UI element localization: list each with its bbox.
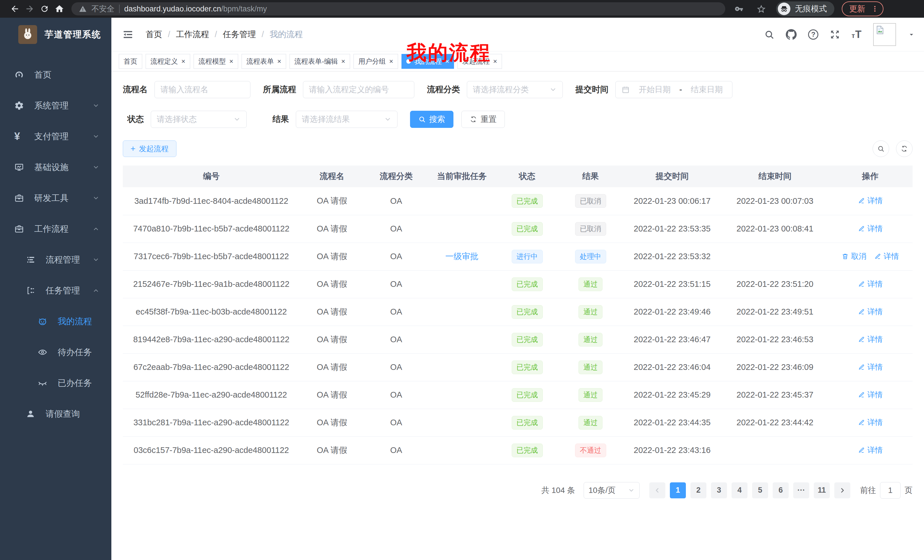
- cell-category: OA: [364, 436, 428, 464]
- plus-icon: +: [130, 144, 136, 153]
- update-button[interactable]: 更新: [842, 1, 884, 16]
- next-page-button[interactable]: [834, 482, 850, 499]
- cell-id: 819442e8-7b9a-11ec-a290-acde48001122: [123, 326, 300, 353]
- date-range-picker[interactable]: 开始日期 - 结束日期: [615, 81, 732, 98]
- sidebar-item-label: 系统管理: [34, 100, 69, 112]
- tab-item[interactable]: 用户分组×: [354, 54, 398, 69]
- close-icon[interactable]: ×: [182, 58, 185, 65]
- page-size-select[interactable]: 10条/页: [584, 482, 640, 499]
- logo[interactable]: 芋道管理系统: [0, 18, 111, 47]
- detail-link[interactable]: 详情: [858, 307, 883, 317]
- reload-icon[interactable]: [37, 1, 52, 16]
- tab-item[interactable]: 首页: [119, 54, 142, 69]
- sidebar-item[interactable]: 请假查询: [0, 398, 111, 429]
- pager-page-button[interactable]: 2: [690, 482, 706, 499]
- breadcrumb-home[interactable]: 首页: [146, 29, 162, 40]
- sidebar-item[interactable]: 待办任务: [0, 337, 111, 368]
- pager-page-button[interactable]: 3: [711, 482, 727, 499]
- sidebar-item[interactable]: 任务管理: [0, 275, 111, 306]
- sidebar-item[interactable]: 我的流程: [0, 306, 111, 337]
- font-size-icon[interactable]: тT: [852, 28, 862, 40]
- cell-id: 3ad174fb-7b9d-11ec-8404-acde48001122: [123, 187, 300, 215]
- sidebar-item[interactable]: 工作流程: [0, 214, 111, 244]
- close-icon[interactable]: ×: [229, 58, 233, 65]
- cell-id: 7317cec6-7b9b-11ec-b5b7-acde48001122: [123, 243, 300, 270]
- detail-link[interactable]: 详情: [858, 279, 883, 289]
- detail-link[interactable]: 详情: [874, 251, 899, 262]
- detail-link[interactable]: 详情: [858, 223, 883, 234]
- detail-link[interactable]: 详情: [858, 417, 883, 428]
- status-badge: 已完成: [512, 388, 543, 402]
- close-icon[interactable]: ×: [341, 58, 345, 65]
- create-process-button[interactable]: + 发起流程: [123, 141, 177, 157]
- process-input[interactable]: 请输入流程定义的编号: [303, 81, 414, 98]
- forward-icon[interactable]: [22, 1, 37, 16]
- help-icon[interactable]: ?: [808, 29, 818, 40]
- category-select[interactable]: 请选择流程分类: [467, 81, 563, 98]
- pager-page-button[interactable]: 4: [732, 482, 747, 499]
- cell-id: 2152467e-7b9b-11ec-9a1b-acde48001122: [123, 270, 300, 298]
- cell-actions: 详情: [828, 353, 913, 381]
- detail-link[interactable]: 详情: [858, 389, 883, 400]
- show-search-button[interactable]: [873, 141, 889, 157]
- breadcrumb-workflow[interactable]: 工作流程: [176, 29, 209, 40]
- table-row: 52ffd28e-7b9a-11ec-a290-acde48001122OA 请…: [123, 381, 913, 409]
- create-process-label: 发起流程: [139, 144, 169, 154]
- edit-pen-icon: [858, 446, 865, 454]
- tab-item[interactable]: 流程表单-编辑×: [290, 54, 350, 69]
- cell-status: 已完成: [495, 381, 559, 409]
- caret-down-icon[interactable]: [908, 30, 915, 39]
- close-icon[interactable]: ×: [277, 58, 281, 65]
- sidebar-item-label: 我的流程: [58, 316, 92, 327]
- pager-page-button[interactable]: 1: [670, 482, 686, 499]
- pager-page-button[interactable]: 5: [752, 482, 768, 499]
- detail-link[interactable]: 详情: [858, 196, 883, 206]
- back-icon[interactable]: [8, 1, 22, 16]
- detail-link[interactable]: 详情: [858, 445, 883, 455]
- close-icon[interactable]: ×: [493, 58, 497, 65]
- pager-page-button[interactable]: 11: [814, 482, 830, 499]
- sidebar-item[interactable]: 研发工具: [0, 183, 111, 214]
- goto-page-input[interactable]: 1: [880, 482, 901, 499]
- task-link[interactable]: 一级审批: [446, 252, 478, 261]
- sidebar-item[interactable]: ¥支付管理: [0, 121, 111, 152]
- result-select[interactable]: 请选择流结果: [296, 111, 398, 128]
- refresh-icon: [470, 115, 477, 123]
- cell-submit-time: 2022-01-23 00:06:17: [622, 187, 722, 215]
- refresh-button[interactable]: [896, 141, 913, 157]
- search-icon[interactable]: [764, 29, 774, 40]
- detail-link[interactable]: 详情: [858, 362, 883, 372]
- cell-task: 一级审批: [428, 243, 495, 270]
- sidebar-item[interactable]: 已办任务: [0, 368, 111, 398]
- chevron-down-icon: [93, 133, 99, 140]
- sidebar-item[interactable]: 首页: [0, 59, 111, 90]
- pager-page-button[interactable]: 6: [772, 482, 789, 499]
- name-input[interactable]: 请输入流程名: [154, 81, 250, 98]
- prev-page-button[interactable]: [650, 482, 665, 499]
- status-badge: 已完成: [512, 194, 543, 208]
- detail-link[interactable]: 详情: [858, 334, 883, 344]
- sidebar-item[interactable]: 基础设施: [0, 152, 111, 183]
- home-icon[interactable]: [52, 1, 67, 16]
- search-button[interactable]: 搜索: [410, 111, 453, 128]
- key-icon[interactable]: [732, 1, 746, 16]
- sidebar-item[interactable]: 流程管理: [0, 244, 111, 275]
- cancel-link[interactable]: 取消: [842, 251, 867, 262]
- hamburger-icon[interactable]: [122, 29, 134, 40]
- close-icon[interactable]: ×: [389, 58, 393, 65]
- fullscreen-icon[interactable]: [830, 29, 840, 40]
- avatar[interactable]: [873, 23, 896, 46]
- tab-item[interactable]: 流程表单×: [242, 54, 286, 69]
- url-bar[interactable]: 不安全 dashboard.yudao.iocoder.cn/bpm/task/…: [71, 2, 725, 15]
- cell-submit-time: 2022-01-22 23:45:29: [622, 381, 722, 409]
- pager-ellipsis[interactable]: ···: [793, 482, 809, 499]
- sidebar-item[interactable]: 系统管理: [0, 90, 111, 121]
- breadcrumb-task[interactable]: 任务管理: [223, 29, 256, 40]
- tab-item[interactable]: 流程模型×: [194, 54, 238, 69]
- tab-item[interactable]: 流程定义×: [146, 54, 190, 69]
- gear-icon: [14, 101, 26, 111]
- reset-button[interactable]: 重置: [461, 111, 505, 128]
- bookmark-star-icon[interactable]: [754, 1, 769, 16]
- status-select[interactable]: 请选择状态: [151, 111, 247, 128]
- github-icon[interactable]: [786, 29, 796, 40]
